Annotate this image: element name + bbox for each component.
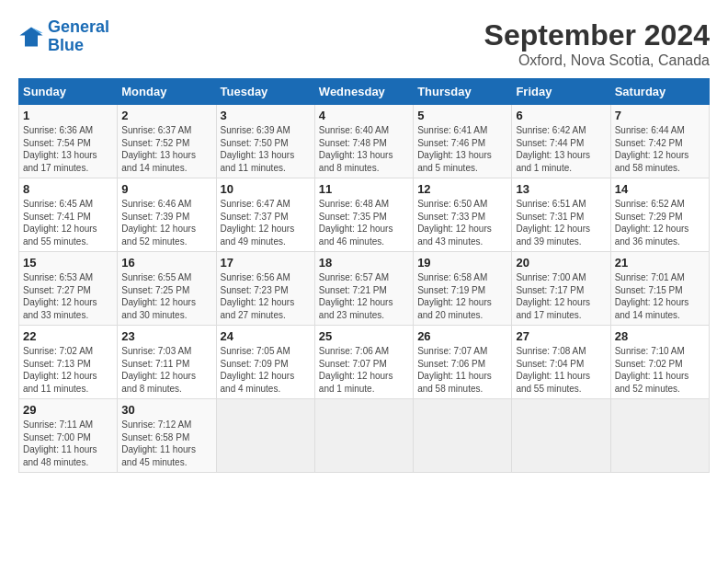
day-info: Sunrise: 6:56 AMSunset: 7:23 PMDaylight:… [221,271,311,321]
day-number: 28 [615,329,705,343]
col-header-friday: Friday [512,79,610,105]
day-info: Sunrise: 6:44 AMSunset: 7:42 PMDaylight:… [615,124,705,174]
day-info: Sunrise: 6:57 AMSunset: 7:21 PMDaylight:… [319,271,409,321]
day-number: 14 [615,182,705,196]
day-info: Sunrise: 6:58 AMSunset: 7:19 PMDaylight:… [417,271,507,321]
calendar-cell: 8Sunrise: 6:45 AMSunset: 7:41 PMDaylight… [19,178,118,252]
calendar-cell: 24Sunrise: 7:05 AMSunset: 7:09 PMDayligh… [216,326,314,399]
calendar-cell [216,399,314,473]
logo-text: General Blue [48,18,109,55]
day-number: 16 [121,256,211,270]
day-number: 3 [221,109,311,122]
day-number: 7 [615,109,705,122]
page-subtitle: Oxford, Nova Scotia, Canada [484,52,710,69]
day-info: Sunrise: 7:11 AMSunset: 7:00 PMDaylight:… [23,419,113,468]
calendar-cell [314,399,413,473]
day-number: 21 [615,256,705,270]
calendar-cell: 10Sunrise: 6:47 AMSunset: 7:37 PMDayligh… [216,178,314,252]
day-number: 27 [516,329,606,343]
day-info: Sunrise: 6:55 AMSunset: 7:25 PMDaylight:… [121,271,211,321]
day-number: 20 [516,256,606,270]
day-number: 15 [23,256,113,270]
day-info: Sunrise: 7:10 AMSunset: 7:02 PMDaylight:… [615,345,705,395]
calendar-cell: 6Sunrise: 6:42 AMSunset: 7:44 PMDaylight… [512,105,610,178]
day-number: 13 [516,182,606,196]
calendar-table: SundayMondayTuesdayWednesdayThursdayFrid… [18,78,710,473]
day-info: Sunrise: 7:06 AMSunset: 7:07 PMDaylight:… [319,345,409,395]
svg-marker-0 [19,27,42,46]
day-info: Sunrise: 6:53 AMSunset: 7:27 PMDaylight:… [23,271,113,321]
calendar-cell: 16Sunrise: 6:55 AMSunset: 7:25 PMDayligh… [118,252,216,326]
calendar-cell: 12Sunrise: 6:50 AMSunset: 7:33 PMDayligh… [414,178,512,252]
calendar-cell: 4Sunrise: 6:40 AMSunset: 7:48 PMDaylight… [314,105,413,178]
day-info: Sunrise: 6:47 AMSunset: 7:37 PMDaylight:… [221,198,311,247]
day-number: 17 [221,256,311,270]
day-number: 24 [221,329,311,343]
day-info: Sunrise: 6:45 AMSunset: 7:41 PMDaylight:… [23,198,113,247]
day-info: Sunrise: 6:46 AMSunset: 7:39 PMDaylight:… [121,198,211,247]
day-number: 4 [319,109,409,122]
day-number: 30 [121,403,211,417]
day-number: 2 [121,109,211,122]
day-info: Sunrise: 6:36 AMSunset: 7:54 PMDaylight:… [23,124,113,174]
day-info: Sunrise: 7:07 AMSunset: 7:06 PMDaylight:… [417,345,507,395]
day-number: 26 [417,329,507,343]
day-info: Sunrise: 6:50 AMSunset: 7:33 PMDaylight:… [417,198,507,247]
day-info: Sunrise: 7:02 AMSunset: 7:13 PMDaylight:… [23,345,113,395]
day-info: Sunrise: 6:52 AMSunset: 7:29 PMDaylight:… [615,198,705,247]
calendar-cell: 7Sunrise: 6:44 AMSunset: 7:42 PMDaylight… [610,105,709,178]
day-info: Sunrise: 6:41 AMSunset: 7:46 PMDaylight:… [417,124,507,174]
calendar-cell: 27Sunrise: 7:08 AMSunset: 7:04 PMDayligh… [512,326,610,399]
day-number: 8 [23,182,113,196]
day-number: 9 [121,182,211,196]
day-info: Sunrise: 6:48 AMSunset: 7:35 PMDaylight:… [319,198,409,247]
calendar-cell: 23Sunrise: 7:03 AMSunset: 7:11 PMDayligh… [118,326,216,399]
day-info: Sunrise: 7:00 AMSunset: 7:17 PMDaylight:… [516,271,606,321]
calendar-cell: 19Sunrise: 6:58 AMSunset: 7:19 PMDayligh… [414,252,512,326]
title-block: September 2024 Oxford, Nova Scotia, Cana… [484,18,710,69]
page-title: September 2024 [484,18,710,52]
calendar-cell: 29Sunrise: 7:11 AMSunset: 7:00 PMDayligh… [19,399,118,473]
calendar-cell [512,399,610,473]
calendar-cell: 26Sunrise: 7:07 AMSunset: 7:06 PMDayligh… [414,326,512,399]
day-number: 1 [23,109,113,122]
calendar-cell: 25Sunrise: 7:06 AMSunset: 7:07 PMDayligh… [314,326,413,399]
calendar-cell: 17Sunrise: 6:56 AMSunset: 7:23 PMDayligh… [216,252,314,326]
day-number: 29 [23,403,113,417]
day-number: 10 [221,182,311,196]
calendar-cell: 3Sunrise: 6:39 AMSunset: 7:50 PMDaylight… [216,105,314,178]
day-number: 25 [319,329,409,343]
logo-icon [18,24,44,50]
day-number: 6 [516,109,606,122]
calendar-cell: 5Sunrise: 6:41 AMSunset: 7:46 PMDaylight… [414,105,512,178]
day-info: Sunrise: 6:39 AMSunset: 7:50 PMDaylight:… [221,124,311,174]
day-info: Sunrise: 7:03 AMSunset: 7:11 PMDaylight:… [121,345,211,395]
day-number: 5 [417,109,507,122]
calendar-cell: 1Sunrise: 6:36 AMSunset: 7:54 PMDaylight… [19,105,118,178]
day-info: Sunrise: 7:01 AMSunset: 7:15 PMDaylight:… [615,271,705,321]
calendar-cell: 21Sunrise: 7:01 AMSunset: 7:15 PMDayligh… [610,252,709,326]
col-header-wednesday: Wednesday [314,79,413,105]
day-info: Sunrise: 7:05 AMSunset: 7:09 PMDaylight:… [221,345,311,395]
calendar-cell: 18Sunrise: 6:57 AMSunset: 7:21 PMDayligh… [314,252,413,326]
day-number: 19 [417,256,507,270]
col-header-monday: Monday [118,79,216,105]
day-number: 11 [319,182,409,196]
day-number: 23 [121,329,211,343]
calendar-cell [414,399,512,473]
calendar-cell: 9Sunrise: 6:46 AMSunset: 7:39 PMDaylight… [118,178,216,252]
logo: General Blue [18,18,109,55]
calendar-cell [610,399,709,473]
day-info: Sunrise: 7:12 AMSunset: 6:58 PMDaylight:… [121,419,211,468]
calendar-cell: 15Sunrise: 6:53 AMSunset: 7:27 PMDayligh… [19,252,118,326]
calendar-cell: 22Sunrise: 7:02 AMSunset: 7:13 PMDayligh… [19,326,118,399]
col-header-saturday: Saturday [610,79,709,105]
page-header: General Blue September 2024 Oxford, Nova… [18,18,710,69]
calendar-cell: 14Sunrise: 6:52 AMSunset: 7:29 PMDayligh… [610,178,709,252]
day-number: 22 [23,329,113,343]
day-info: Sunrise: 7:08 AMSunset: 7:04 PMDaylight:… [516,345,606,395]
col-header-sunday: Sunday [19,79,118,105]
day-info: Sunrise: 6:40 AMSunset: 7:48 PMDaylight:… [319,124,409,174]
calendar-cell: 30Sunrise: 7:12 AMSunset: 6:58 PMDayligh… [118,399,216,473]
calendar-cell: 13Sunrise: 6:51 AMSunset: 7:31 PMDayligh… [512,178,610,252]
